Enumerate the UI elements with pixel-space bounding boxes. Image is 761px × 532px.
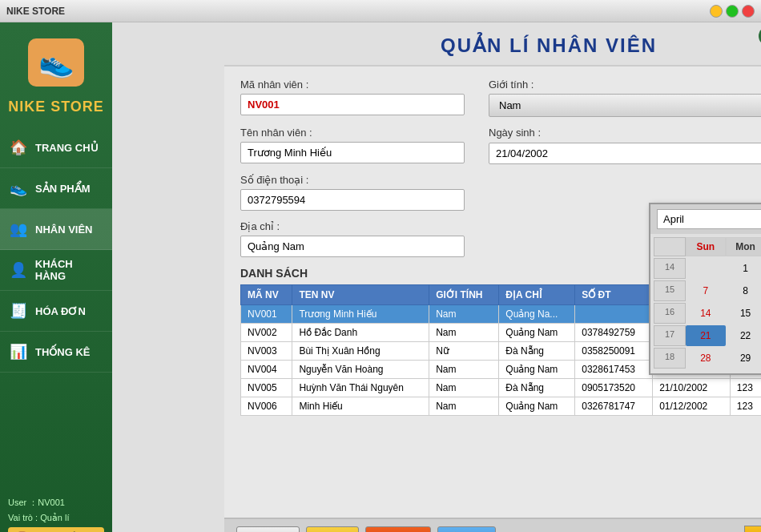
window-header: NIKE STORE <box>0 0 761 22</box>
cal-day-empty <box>686 258 726 279</box>
sdt-input[interactable] <box>240 189 465 211</box>
save-button[interactable]: + + Save <box>236 526 300 533</box>
sidebar-item-san-pham[interactable]: 👟 SẢN PHẨM <box>0 168 112 209</box>
ma-nv-label: Mã nhân viên : <box>240 79 465 91</box>
delete-button[interactable]: 🗑 Delete <box>365 526 431 533</box>
cal-day-15[interactable]: 15 <box>726 303 761 324</box>
cal-week-16: 16 14 15 16 17 18 19 20 <box>654 303 761 324</box>
content-area: QUẢN LÍ NHÂN VIÊN 🛡 SHARECODE.VN Mã nhân… <box>112 22 761 532</box>
table-row[interactable]: NV006Minh HiếuNamQuảng Nam032678174701/1… <box>241 397 762 416</box>
col-gioi-tinh: GIỚI TÍNH <box>429 285 499 305</box>
sidebar-item-khach-hang[interactable]: 👤 KHÁCH HÀNG <box>0 250 112 291</box>
role-info: Vai trò : Quản lí <box>8 513 104 523</box>
sidebar-item-label: HÓA ĐƠN <box>35 305 86 317</box>
cal-weeknum-15: 15 <box>654 280 686 301</box>
ma-nv-group: Mã nhân viên : <box>240 79 465 117</box>
col-dia-chi: ĐỊA CHỈ <box>499 285 575 305</box>
date-input-row: 📅 <box>489 142 761 164</box>
customer-icon: 👤 <box>6 258 30 282</box>
main-panel: QUẢN LÍ NHÂN VIÊN 🛡 SHARECODE.VN Mã nhân… <box>224 22 761 532</box>
sidebar-item-trang-chu[interactable]: 🏠 TRANG CHỦ <box>0 127 112 168</box>
sidebar-item-label: THỐNG KÊ <box>35 346 91 358</box>
cal-header-sun: Sun <box>686 237 726 256</box>
sidebar-logo: 👟 <box>24 30 88 95</box>
gioi-tinh-select[interactable]: Nam Nữ <box>489 94 761 117</box>
ten-nv-group: Tên nhân viên : <box>240 127 465 164</box>
ma-nv-input[interactable] <box>240 94 465 115</box>
cal-day-7[interactable]: 7 <box>686 280 726 301</box>
cal-day-14[interactable]: 14 <box>686 303 726 324</box>
calendar-grid: Sun Mon Tue W... Thu Fri Sat 14 1 2 <box>650 234 761 373</box>
cal-week-15: 15 7 8 9 10 11 12 13 <box>654 280 761 301</box>
logo-image: 👟 <box>28 38 84 87</box>
sidebar-item-hoa-don[interactable]: 🧾 HÓA ĐƠN <box>0 291 112 332</box>
minimize-button[interactable] <box>710 5 723 18</box>
sidebar: 👟 NIKE STORE 🏠 TRANG CHỦ 👟 SẢN PHẨM 👥 NH… <box>0 22 112 532</box>
cal-day-28[interactable]: 28 <box>686 348 726 369</box>
col-ma-nv: MÃ NV <box>241 285 292 305</box>
cal-day-1[interactable]: 1 <box>726 258 761 279</box>
cal-day-29[interactable]: 29 <box>726 348 761 369</box>
calendar-popup: JanuaryFebruaryMarch AprilMayJune JulyAu… <box>649 203 761 375</box>
form-row-2: Tên nhân viên : Ngày sinh : 📅 <box>240 127 761 164</box>
sidebar-brand: NIKE STORE <box>8 99 104 115</box>
cal-week-14: 14 1 2 3 4 5 6 <box>654 258 761 279</box>
window-title: NIKE STORE <box>6 6 65 17</box>
sidebar-nav: 🏠 TRANG CHỦ 👟 SẢN PHẨM 👥 NHÂN VIÊN 👤 KHÁ… <box>0 127 112 489</box>
cal-weeknum-18: 18 <box>654 348 686 369</box>
ten-nv-label: Tên nhân viên : <box>240 127 465 139</box>
sidebar-item-thong-ke[interactable]: 📊 THỐNG KÊ <box>0 332 112 373</box>
cal-week-num-header <box>654 237 686 256</box>
cal-weeknum-14: 14 <box>654 258 686 279</box>
cal-weeknum-17: 17 <box>654 325 686 346</box>
dia-chi-input[interactable] <box>240 236 465 257</box>
staff-icon: 👥 <box>6 217 30 241</box>
new-button[interactable]: 📋 New <box>437 526 496 533</box>
cal-day-22[interactable]: 22 <box>726 325 761 346</box>
cal-day-8[interactable]: 8 <box>726 280 761 301</box>
cal-day-21[interactable]: 21 <box>686 325 726 346</box>
sidebar-footer: User ：NV001 Vai trò : Quản lí 🚪 Đăng xuấ… <box>0 489 112 532</box>
ngay-sinh-label: Ngày sinh : <box>489 127 761 139</box>
col-ten-nv: TEN NV <box>292 285 429 305</box>
col-sdt: SỐ ĐT <box>575 285 653 305</box>
user-info: User ：NV001 <box>8 497 104 509</box>
ngay-sinh-group: Ngày sinh : 📅 <box>489 127 761 164</box>
sidebar-item-label: NHÂN VIÊN <box>35 224 93 236</box>
edit-button[interactable]: ✏ Edit <box>306 526 359 533</box>
cal-week-header-row: Sun Mon Tue W... Thu Fri Sat <box>654 237 761 256</box>
logout-button[interactable]: 🚪 Đăng xuất <box>8 527 104 532</box>
maximize-button[interactable] <box>726 5 739 18</box>
cal-week-18: 18 28 29 30 <box>654 348 761 369</box>
footer-nav: ⏮ ◀◀ ▶▶ ⏭ <box>744 526 761 532</box>
main-header: QUẢN LÍ NHÂN VIÊN 🛡 SHARECODE.VN <box>224 22 761 66</box>
gioi-tinh-group: Giới tính : Nam Nữ <box>489 79 761 117</box>
sdt-label: Số điện thoại : <box>240 174 465 186</box>
calendar-header: JanuaryFebruaryMarch AprilMayJune JulyAu… <box>650 204 761 234</box>
cal-month-select[interactable]: JanuaryFebruaryMarch AprilMayJune JulyAu… <box>657 209 761 229</box>
sidebar-item-label: TRANG CHỦ <box>35 142 99 154</box>
home-icon: 🏠 <box>6 135 30 159</box>
ngay-sinh-input[interactable] <box>489 143 761 164</box>
cal-weeknum-16: 16 <box>654 303 686 324</box>
main-footer: + + Save ✏ Edit 🗑 Delete 📋 New ⏮ ◀◀ <box>224 518 761 532</box>
invoice-icon: 🧾 <box>6 299 30 323</box>
table-row[interactable]: NV005Huỳnh Văn Thái NguyênNamĐà Nẵng0905… <box>241 379 762 397</box>
stats-icon: 📊 <box>6 340 30 364</box>
product-icon: 👟 <box>6 176 30 200</box>
footer-actions: + + Save ✏ Edit 🗑 Delete 📋 New <box>236 526 496 533</box>
window-controls <box>710 5 755 18</box>
close-button[interactable] <box>742 5 755 18</box>
sidebar-item-nhan-vien[interactable]: 👥 NHÂN VIÊN <box>0 209 112 250</box>
gioi-tinh-label: Giới tính : <box>489 79 761 91</box>
nav-first-button[interactable]: ⏮ <box>744 526 761 532</box>
shoe-icon: 👟 <box>38 46 74 79</box>
sidebar-item-label: KHÁCH HÀNG <box>35 258 106 282</box>
sdt-group: Số điện thoại : <box>240 174 465 211</box>
dia-chi-group: Địa chỉ : <box>240 220 465 257</box>
main-body: Mã nhân viên : Giới tính : Nam Nữ Tên nh… <box>224 66 761 518</box>
dia-chi-label: Địa chỉ : <box>240 220 465 232</box>
cal-week-17: 17 21 22 23 24 25 26 27 <box>654 325 761 346</box>
cal-header-mon: Mon <box>726 237 761 256</box>
ten-nv-input[interactable] <box>240 142 465 163</box>
